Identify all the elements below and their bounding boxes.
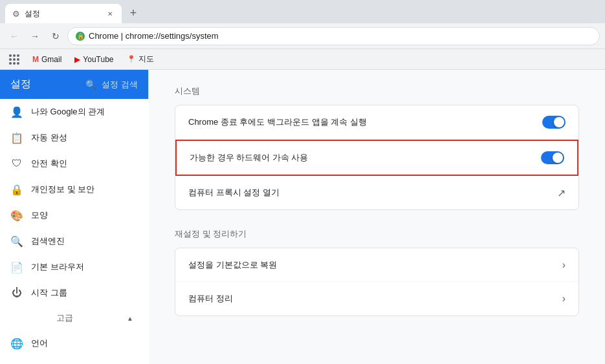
power-icon: ⏻ [10, 286, 23, 299]
search-sidebar-icon: 🔍 [10, 235, 23, 248]
new-tab-button[interactable]: + [124, 4, 142, 22]
sidebar-item-safety[interactable]: 🛡 안전 확인 [0, 151, 149, 177]
browser-frame: ⚙ 설정 ✕ + ← → ↻ 🔒 Chrome | chrome://setti… [0, 0, 605, 364]
sidebar-label-account: 나와 Google의 관계 [31, 106, 105, 118]
proxy-row: 컴퓨터 프록시 설정 열기 ↗ [175, 176, 578, 209]
shield-icon: 🛡 [10, 157, 23, 170]
sidebar-item-search[interactable]: 🔍 검색엔진 [0, 228, 149, 254]
sidebar-title: 설정 [10, 78, 80, 91]
settings-panel: 시스템 Chrome 종료 후에도 백그라운드 앱을 계속 실행 가능한 경우 … [149, 70, 605, 364]
sidebar-item-autofill[interactable]: 📋 자동 완성 [0, 125, 149, 151]
bookmark-gmail[interactable]: M Gmail [28, 53, 65, 66]
content-area: 설정 🔍 설정 검색 👤 나와 Google의 관계 📋 자동 완성 🛡 안전 … [0, 70, 605, 364]
background-run-label: Chrome 종료 후에도 백그라운드 앱을 계속 실행 [188, 116, 367, 128]
address-text: Chrome | chrome://settings/system [89, 31, 219, 41]
sidebar-header: 설정 🔍 설정 검색 [0, 70, 148, 99]
system-section: 시스템 Chrome 종료 후에도 백그라운드 앱을 계속 실행 가능한 경우 … [175, 85, 579, 210]
chevron-right-icon-2: › [562, 293, 566, 305]
maps-icon: 📍 [127, 55, 136, 63]
sidebar-label-autofill: 자동 완성 [31, 132, 67, 144]
bookmark-maps[interactable]: 📍 지도 [123, 52, 158, 67]
sidebar-label-startup: 시작 그룹 [31, 287, 67, 299]
gmail-label: Gmail [41, 55, 61, 64]
sidebar-item-appearance[interactable]: 🎨 모양 [0, 202, 149, 228]
search-placeholder-text: 설정 검색 [102, 79, 138, 91]
sidebar-label-browser: 기본 브라우저 [31, 261, 84, 273]
sidebar-item-downloads[interactable]: ⬇ 다운로드 [0, 356, 149, 364]
palette-icon: 🎨 [10, 209, 23, 222]
advanced-toggle-icon: ▲ [127, 315, 133, 322]
globe-icon: 🌐 [10, 337, 23, 350]
sidebar-item-language[interactable]: 🌐 언어 [0, 330, 149, 356]
toggle-knob-accel [553, 153, 563, 163]
cleanup-row[interactable]: 컴퓨터 정리 › [175, 282, 578, 316]
background-run-row: Chrome 종료 후에도 백그라운드 앱을 계속 실행 [175, 105, 578, 140]
sidebar-label-safety: 안전 확인 [31, 158, 67, 169]
hardware-accel-row: 가능한 경우 하드웨어 가속 사용 [175, 140, 578, 176]
lock-icon: 🔒 [10, 183, 23, 196]
back-button[interactable]: ← [5, 27, 23, 45]
reset-settings-card: 설정을 기본값으로 복원 › 컴퓨터 정리 › [175, 248, 579, 316]
bookmark-youtube[interactable]: ▶ YouTube [71, 53, 117, 66]
system-settings-card: Chrome 종료 후에도 백그라운드 앱을 계속 실행 가능한 경우 하드웨어… [175, 105, 579, 210]
external-link-icon[interactable]: ↗ [557, 187, 566, 199]
tab-favicon: ⚙ [12, 9, 21, 18]
sidebar-item-advanced[interactable]: 고급 ▲ [0, 306, 149, 330]
security-icon: 🔒 [76, 32, 85, 41]
apps-icon [9, 54, 19, 65]
active-tab[interactable]: ⚙ 설정 ✕ [5, 4, 122, 23]
sidebar-label-search: 검색엔진 [31, 235, 65, 247]
sidebar-item-browser[interactable]: 📄 기본 브라우저 [0, 254, 149, 280]
search-icon: 🔍 [85, 80, 96, 90]
sidebar-label-language: 언어 [31, 337, 48, 349]
autofill-icon: 📋 [10, 131, 23, 144]
chevron-right-icon: › [562, 259, 566, 271]
maps-label: 지도 [138, 54, 154, 65]
youtube-label: YouTube [83, 55, 113, 64]
sidebar-item-startup[interactable]: ⏻ 시작 그룹 [0, 280, 149, 306]
restore-settings-label: 설정을 기본값으로 복원 [188, 259, 277, 271]
sidebar-nav: 👤 나와 Google의 관계 📋 자동 완성 🛡 안전 확인 🔒 개인정보 및… [0, 99, 149, 364]
bookmarks-bar: M Gmail ▶ YouTube 📍 지도 [0, 49, 605, 70]
advanced-label: 고급 [10, 312, 119, 324]
tab-close-button[interactable]: ✕ [105, 8, 115, 19]
sidebar-item-account[interactable]: 👤 나와 Google의 관계 [0, 99, 149, 125]
toolbar: ← → ↻ 🔒 Chrome | chrome://settings/syste… [0, 23, 605, 49]
reload-button[interactable]: ↻ [47, 27, 65, 45]
tab-bar: ⚙ 설정 ✕ + [0, 0, 605, 23]
reset-section: 재설정 및 정리하기 설정을 기본값으로 복원 › 컴퓨터 정리 › [175, 228, 579, 316]
hardware-accel-label: 가능한 경우 하드웨어 가속 사용 [190, 152, 308, 164]
restore-settings-row[interactable]: 설정을 기본값으로 복원 › [175, 248, 578, 282]
hardware-accel-toggle[interactable] [541, 151, 564, 164]
sidebar-item-privacy[interactable]: 🔒 개인정보 및 보안 [0, 177, 149, 202]
tab-title: 설정 [25, 8, 101, 19]
address-bar[interactable]: 🔒 Chrome | chrome://settings/system [67, 27, 600, 45]
forward-button[interactable]: → [26, 27, 44, 45]
sidebar-label-appearance: 모양 [31, 209, 48, 221]
proxy-label: 컴퓨터 프록시 설정 열기 [188, 187, 280, 198]
background-run-toggle[interactable] [542, 116, 566, 129]
browser-icon: 📄 [10, 261, 23, 273]
sidebar-label-privacy: 개인정보 및 보안 [31, 184, 94, 195]
person-icon: 👤 [10, 105, 23, 118]
bookmark-apps[interactable] [5, 52, 23, 67]
youtube-icon: ▶ [74, 55, 80, 64]
toggle-knob [554, 117, 564, 127]
reset-section-title: 재설정 및 정리하기 [175, 228, 579, 240]
cleanup-label: 컴퓨터 정리 [188, 293, 233, 305]
gmail-icon: M [32, 55, 39, 64]
system-section-title: 시스템 [175, 85, 579, 97]
